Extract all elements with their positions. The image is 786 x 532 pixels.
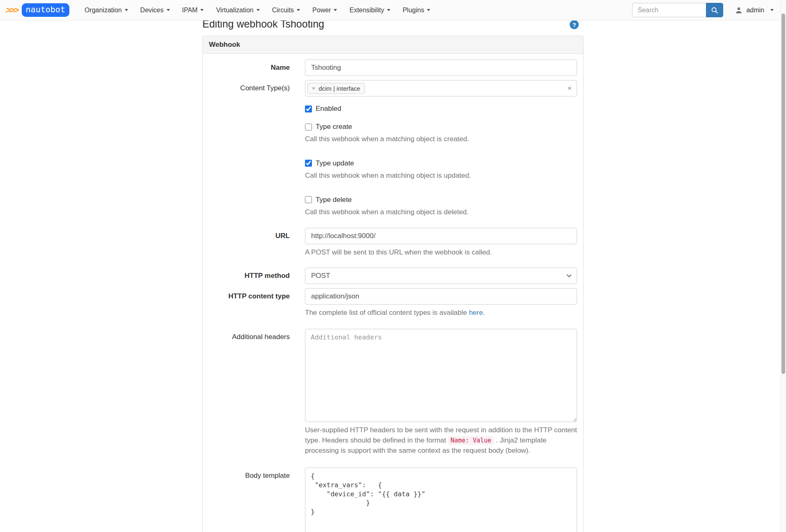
menu-circuits[interactable]: Circuits [266,0,306,21]
type-delete-help: Call this webhook when a matching object… [305,207,577,218]
menu-devices[interactable]: Devices [134,0,176,21]
name-label: Name [209,60,296,76]
vertical-scrollbar[interactable] [780,0,786,532]
type-create-field-group: Type create Call this webhook when a mat… [209,123,577,144]
type-update-checkbox[interactable] [305,160,312,167]
type-update-help: Call this webhook when a matching object… [305,171,577,181]
type-create-label[interactable]: Type create [316,123,352,131]
menu-power[interactable]: Power [306,0,343,21]
type-update-label[interactable]: Type update [316,159,354,167]
webhook-panel: Webhook Name Content Type(s) × dcim | in… [202,36,584,532]
name-input[interactable] [305,60,577,76]
http-content-type-help: The complete list of official content ty… [305,308,577,318]
chevron-down-icon [125,9,128,11]
menu-organization[interactable]: Organization [78,0,134,21]
logo-wordmark: nautobot [22,3,69,17]
search-icon [711,7,718,14]
chevron-down-icon [200,9,204,11]
user-icon [735,6,743,14]
additional-headers-textarea[interactable] [305,329,577,422]
type-delete-field-group: Type delete Call this webhook when a mat… [209,196,577,218]
http-content-type-input[interactable] [305,288,577,305]
name-field-group: Name [209,60,577,76]
main-content: Editing webhook Tshooting ? Webhook Name… [202,0,584,532]
chevron-down-icon [427,9,430,11]
type-update-field-group: Type update Call this webhook when a mat… [209,159,577,181]
remove-token-icon[interactable]: × [312,85,315,91]
body-template-label: Body template [209,468,296,532]
additional-headers-field-group: Additional headers User-supplied HTTP he… [209,329,577,456]
scrollbar-thumb[interactable] [781,14,785,374]
chevron-down-icon [770,9,774,11]
http-content-type-field-group: HTTP content type The complete list of o… [209,288,577,318]
help-icon[interactable]: ? [570,20,579,29]
url-input[interactable] [305,228,577,244]
http-content-type-label: HTTP content type [209,288,296,318]
type-create-help: Call this webhook when a matching object… [305,134,577,144]
token-label: dcim | interface [319,85,360,92]
content-types-label: Content Type(s) [209,80,296,96]
content-types-link[interactable]: here [469,309,483,316]
content-types-field-group: Content Type(s) × dcim | interface × [209,80,577,96]
search-input[interactable] [632,3,706,17]
top-navbar: >>> nautobot Organization Devices IPAM V… [0,0,786,21]
enabled-label[interactable]: Enabled [316,105,341,113]
menu-plugins[interactable]: Plugins [396,0,436,21]
logo-chevrons-icon: >>> [5,6,19,15]
user-menu[interactable]: admin [735,6,774,14]
menu-ipam[interactable]: IPAM [176,0,210,21]
username: admin [746,7,764,14]
chevron-down-icon [334,9,337,11]
chevron-down-icon [297,9,300,11]
enabled-checkbox[interactable] [305,105,312,112]
menu-virtualization[interactable]: Virtualization [210,0,266,21]
chevron-down-icon [167,9,170,11]
main-menu: Organization Devices IPAM Virtualization… [78,0,437,21]
clear-selection-icon[interactable]: × [568,85,571,92]
type-delete-checkbox[interactable] [305,196,312,203]
url-label: URL [209,228,296,258]
url-field-group: URL A POST will be sent to this URL when… [209,228,577,258]
menu-extensibility[interactable]: Extensibility [343,0,396,21]
navbar-search [632,3,723,17]
body-template-field-group: Body template { "extra_vars": { "device_… [209,468,577,532]
selected-content-type-token: × dcim | interface [307,83,365,94]
chevron-down-icon [257,9,260,11]
additional-headers-help: User-supplied HTTP headers to be sent wi… [305,425,577,456]
type-delete-label[interactable]: Type delete [316,196,352,204]
http-method-select[interactable]: POST [305,268,577,284]
header-format-code: Name: Value [448,436,494,445]
content-types-multiselect[interactable]: × dcim | interface × [305,80,577,96]
http-method-label: HTTP method [209,268,296,284]
enabled-field-group: Enabled [209,105,577,113]
panel-title: Webhook [203,36,583,54]
body-template-textarea[interactable]: { "extra_vars": { "device_id": "{{ data … [305,468,577,532]
chevron-down-icon [387,9,390,11]
nautobot-logo[interactable]: >>> nautobot [6,3,69,17]
url-help: A POST will be sent to this URL when the… [305,248,577,258]
type-create-checkbox[interactable] [305,124,312,131]
additional-headers-label: Additional headers [209,329,296,456]
http-method-field-group: HTTP method POST [209,268,577,284]
search-button[interactable] [706,3,723,17]
